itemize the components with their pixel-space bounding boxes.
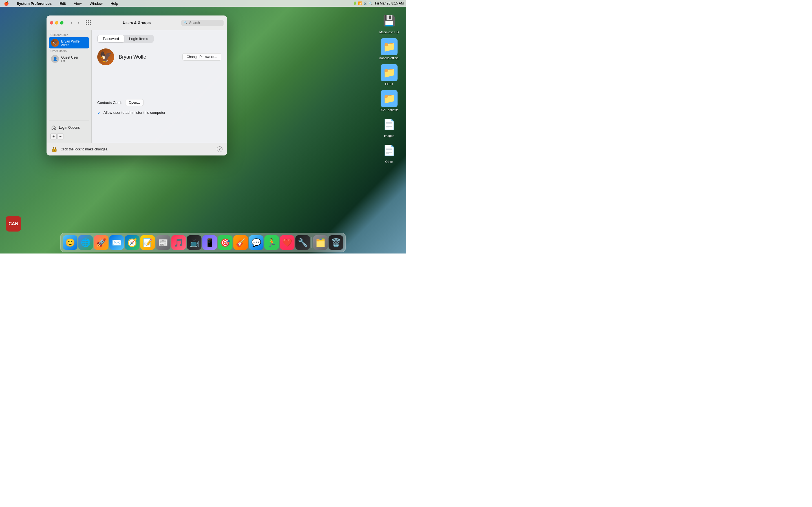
system-preferences-window: ‹ › Users & Groups 🔍 Current User	[47, 15, 227, 156]
view-menu[interactable]: View	[72, 1, 84, 6]
current-user-item[interactable]: 🦅 Bryan Wolfe Admin	[49, 37, 89, 48]
dock-app3[interactable]: 🎸	[234, 235, 248, 250]
2021-benefits-icon: 📁	[380, 90, 398, 107]
main-content: Password Login Items 🦅 Bryan Wolfe Chang…	[92, 30, 227, 143]
isabelle-icon: 📁	[380, 38, 398, 55]
window-title: Users & Groups	[123, 20, 151, 25]
remove-user-button[interactable]: −	[57, 133, 63, 139]
desktop: 🍎 System Preferences Edit View Window He…	[0, 0, 406, 253]
dock-app1[interactable]: 📱	[202, 235, 217, 250]
open-contacts-button[interactable]: Open...	[125, 99, 144, 106]
close-button[interactable]	[50, 21, 53, 24]
user-header: 🦅 Bryan Wolfe Change Password...	[97, 48, 221, 65]
2021-benefits-label: 2021-benefits	[380, 108, 399, 112]
guest-user-avatar: 👤	[51, 55, 59, 63]
dock: 😊 🌐 🚀 ✉️ 🧭 📝 📰 🎵 📺 📱 🎯 🎸 💬 🏃 ❤️ 🔧 🗂️ 🗑️	[60, 233, 346, 252]
search-input[interactable]	[189, 21, 221, 25]
current-user-info: Bryan Wolfe Admin	[61, 40, 80, 47]
dock-tv[interactable]: 📺	[187, 235, 202, 250]
contacts-row: Contacts Card: Open...	[97, 99, 221, 106]
dock-mail[interactable]: ✉️	[109, 235, 124, 250]
images-label: Images	[384, 134, 394, 137]
dock-app7[interactable]: 🔧	[296, 235, 310, 250]
back-arrow-button[interactable]: ‹	[68, 19, 75, 26]
search-box[interactable]: 🔍	[181, 20, 223, 26]
add-remove-controls: + −	[49, 132, 89, 140]
nav-arrows: ‹ ›	[68, 19, 82, 26]
lock-button[interactable]	[51, 146, 58, 153]
guest-user-item[interactable]: 👤 Guest User Off	[49, 53, 89, 64]
guest-user-name: Guest User	[61, 55, 79, 59]
menubar-datetime: Fri Mar 26 8:15 AM	[375, 1, 404, 5]
dock-app2[interactable]: 🎯	[218, 235, 233, 250]
tab-password[interactable]: Password	[98, 35, 124, 42]
user-avatar-large: 🦅	[97, 48, 114, 65]
sidebar: Current User 🦅 Bryan Wolfe Admin Other U…	[47, 30, 92, 143]
desktop-icon-images[interactable]: 📄 Images	[378, 115, 400, 138]
edit-menu[interactable]: Edit	[58, 1, 67, 6]
dock-launchpad[interactable]: 🚀	[94, 235, 109, 250]
help-button[interactable]: ?	[217, 147, 222, 152]
images-icon: 📄	[380, 116, 398, 133]
menubar-right: 🔋 📶 🔊 🔍 Fri Mar 26 8:15 AM	[353, 1, 404, 5]
login-options-label: Login Options	[59, 126, 80, 129]
menubar-icons: 🔋 📶 🔊 🔍	[353, 1, 373, 5]
dock-safari[interactable]: 🧭	[125, 235, 140, 250]
macintosh-hd-icon: 💾	[380, 12, 398, 29]
guest-user-status: Off	[61, 59, 79, 62]
menubar-left: 🍎 System Preferences Edit View Window He…	[2, 1, 120, 6]
pdfs-label: PDFs	[385, 82, 393, 86]
can-badge: CAN	[6, 216, 21, 231]
desktop-icon-isabelle[interactable]: 📁 isabelle-official	[378, 37, 400, 61]
admin-checkbox-label: Allow user to administer this computer	[103, 110, 165, 115]
dock-app4[interactable]: 💬	[249, 235, 264, 250]
dock-app6[interactable]: ❤️	[280, 235, 295, 250]
pdfs-icon: 📁	[380, 64, 398, 81]
dock-news[interactable]: 📰	[156, 235, 170, 250]
user-display-name: Bryan Wolfe	[119, 54, 146, 60]
sidebar-bottom: Login Options + −	[49, 121, 89, 140]
svg-rect-1	[54, 150, 55, 151]
dock-finder2[interactable]: 🗂️	[313, 235, 328, 250]
window-body: Current User 🦅 Bryan Wolfe Admin Other U…	[47, 30, 227, 143]
dock-trash[interactable]: 🗑️	[329, 235, 343, 250]
help-menu[interactable]: Help	[109, 1, 120, 6]
dock-music[interactable]: 🎵	[171, 235, 186, 250]
window-menu[interactable]: Window	[88, 1, 104, 6]
desktop-icon-other[interactable]: 📄 Other	[378, 141, 400, 165]
admin-checkbox-row: ✓ Allow user to administer this computer	[97, 110, 221, 115]
tab-login-items[interactable]: Login Items	[124, 35, 153, 42]
app-grid-button[interactable]	[84, 19, 92, 27]
forward-arrow-button[interactable]: ›	[75, 19, 82, 26]
other-label: Other	[385, 160, 393, 163]
app-name-menu[interactable]: System Preferences	[15, 1, 53, 6]
contacts-card-label: Contacts Card:	[97, 101, 122, 105]
dock-chrome[interactable]: 🌐	[79, 235, 93, 250]
add-user-button[interactable]: +	[50, 133, 57, 139]
current-user-section-label: Current User	[49, 33, 89, 37]
current-user-role: Admin	[61, 43, 80, 47]
isabelle-label: isabelle-official	[379, 56, 399, 60]
minimize-button[interactable]	[55, 21, 58, 24]
change-password-button[interactable]: Change Password...	[183, 53, 221, 61]
apple-menu[interactable]: 🍎	[2, 1, 10, 6]
traffic-lights	[50, 21, 63, 24]
other-icon: 📄	[380, 142, 398, 159]
dock-app5[interactable]: 🏃	[264, 235, 279, 250]
admin-checkbox-icon[interactable]: ✓	[97, 111, 101, 115]
desktop-icon-macintosh-hd[interactable]: 💾 Macintosh HD	[378, 11, 400, 35]
grid-icon	[86, 20, 91, 25]
house-icon	[51, 125, 57, 130]
dock-finder[interactable]: 😊	[63, 235, 78, 250]
other-users-section-label: Other Users	[49, 48, 89, 53]
guest-user-info: Guest User Off	[61, 55, 79, 62]
dock-notes[interactable]: 📝	[140, 235, 155, 250]
login-options-item[interactable]: Login Options	[49, 123, 89, 132]
maximize-button[interactable]	[60, 21, 63, 24]
desktop-icon-2021-benefits[interactable]: 📁 2021-benefits	[378, 89, 400, 113]
macintosh-hd-label: Macintosh HD	[379, 31, 399, 34]
window-footer: Click the lock to make changes. ?	[47, 143, 227, 156]
desktop-icon-pdfs[interactable]: 📁 PDFs	[378, 63, 400, 87]
desktop-icons-container: 💾 Macintosh HD 📁 isabelle-official 📁 PDF…	[378, 11, 400, 165]
current-user-name: Bryan Wolfe	[61, 40, 80, 43]
